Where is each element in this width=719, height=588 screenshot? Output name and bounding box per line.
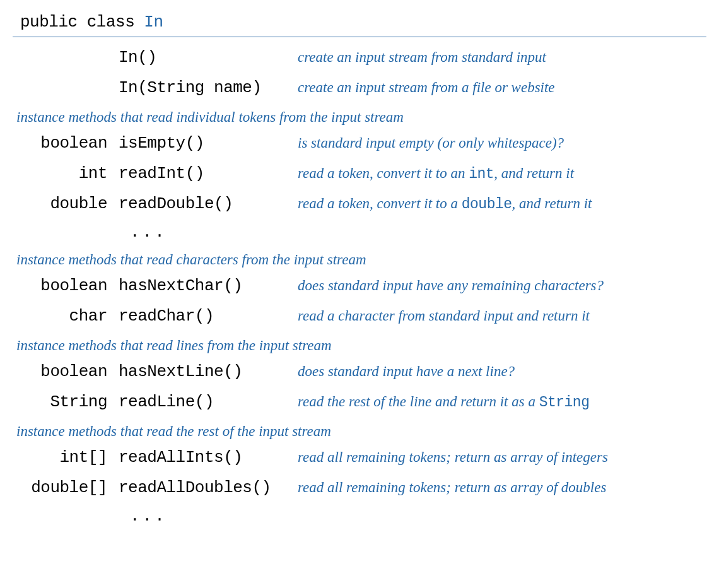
method-signature: readChar() — [119, 307, 298, 326]
section-heading: instance methods that read the rest of t… — [13, 417, 706, 442]
return-type: double — [13, 194, 119, 213]
return-type: char — [13, 307, 119, 326]
return-type: boolean — [13, 362, 119, 381]
method-signature: readDouble() — [119, 194, 298, 213]
method-row: double[] readAllDoubles() read all remai… — [13, 473, 706, 503]
return-type: boolean — [13, 276, 119, 295]
method-row: double readDouble() read a token, conver… — [13, 189, 706, 219]
return-type: boolean — [13, 134, 119, 153]
method-row: boolean hasNextLine() does standard inpu… — [13, 356, 706, 387]
class-name: In — [144, 13, 163, 32]
method-description: read a character from standard input and… — [298, 308, 706, 325]
method-signature: isEmpty() — [119, 134, 298, 153]
method-signature: hasNextChar() — [119, 276, 298, 295]
return-type: int — [13, 164, 119, 183]
method-description: create an input stream from a file or we… — [298, 79, 706, 96]
return-type: int[] — [13, 448, 119, 467]
method-description: read a token, convert it to a double, an… — [298, 196, 706, 213]
method-description: read all remaining tokens; return as arr… — [298, 449, 706, 466]
method-signature: readAllDoubles() — [119, 478, 298, 497]
method-signature: In(String name) — [119, 78, 298, 97]
method-description: is standard input empty (or only whitesp… — [298, 135, 706, 152]
method-description: does standard input have a next line? — [298, 363, 706, 380]
method-row: boolean isEmpty() is standard input empt… — [13, 128, 706, 158]
constructors-block: In() create an input stream from standar… — [13, 37, 706, 103]
class-prefix: public class — [20, 13, 144, 32]
method-row: int[] readAllInts() read all remaining t… — [13, 442, 706, 473]
method-signature: readAllInts() — [119, 448, 298, 467]
method-description: read a token, convert it to an int, and … — [298, 165, 706, 182]
section-heading: instance methods that read individual to… — [13, 103, 706, 128]
method-signature: hasNextLine() — [119, 362, 298, 381]
return-type: String — [13, 392, 119, 411]
class-declaration: public class In — [20, 13, 163, 32]
section-heading: instance methods that read lines from th… — [13, 331, 706, 356]
method-signature: readInt() — [119, 164, 298, 183]
method-description: read the rest of the line and return it … — [298, 394, 706, 411]
method-signature: readLine() — [119, 392, 298, 411]
class-header: public class In — [13, 13, 706, 37]
method-description: create an input stream from standard inp… — [298, 49, 706, 66]
api-table: public class In In() create an input str… — [13, 13, 706, 529]
method-row: String readLine() read the rest of the l… — [13, 387, 706, 417]
method-description: does standard input have any remaining c… — [298, 278, 706, 295]
constructor-row: In() create an input stream from standar… — [13, 42, 706, 73]
method-row: boolean hasNextChar() does standard inpu… — [13, 271, 706, 301]
method-row: int readInt() read a token, convert it t… — [13, 158, 706, 189]
return-type: double[] — [13, 478, 119, 497]
ellipsis: ... — [13, 503, 706, 529]
method-description: read all remaining tokens; return as arr… — [298, 479, 706, 497]
method-row: char readChar() read a character from st… — [13, 301, 706, 331]
ellipsis: ... — [13, 219, 706, 245]
section-heading: instance methods that read characters fr… — [13, 245, 706, 271]
method-signature: In() — [119, 48, 298, 67]
constructor-row: In(String name) create an input stream f… — [13, 73, 706, 103]
